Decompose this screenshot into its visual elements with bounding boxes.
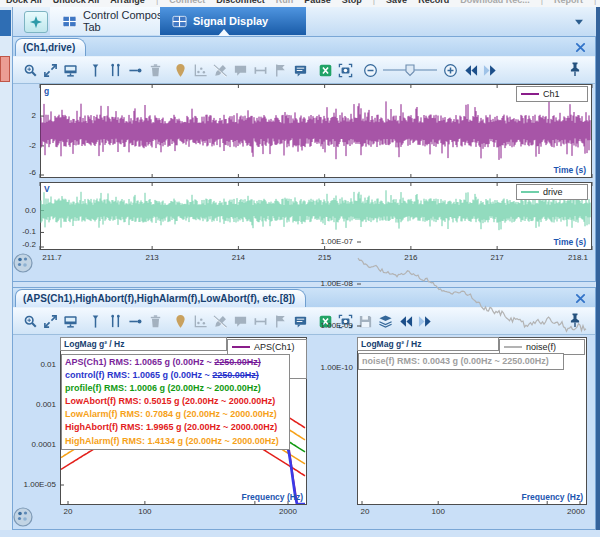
zoom-search-icon[interactable] (21, 61, 39, 79)
comment-bubble-icon[interactable] (231, 61, 249, 79)
noise-spectrum-plot[interactable] (357, 337, 587, 505)
panel-title-bar: (APS(Ch1),HighAbort(f),HighAlarm(f),LowA… (13, 288, 595, 307)
plot-toolbar (13, 56, 595, 84)
annotation-note-icon[interactable] (291, 312, 309, 330)
zoom-search-icon[interactable] (21, 312, 39, 330)
docked-panel-fragment (0, 56, 10, 82)
tab-signal-display[interactable]: Signal Display (160, 7, 306, 35)
resize-expand-icon[interactable] (41, 312, 59, 330)
compass-star-icon[interactable] (24, 11, 48, 33)
app-window: Dock AllUndock AllArrange|ConnectDisconn… (0, 0, 600, 537)
tab-bar: Control Composite Tab Signal Display (0, 7, 600, 37)
zoom-out-icon[interactable] (361, 61, 379, 79)
palette-ball-icon[interactable] (12, 252, 34, 274)
annotation-note-icon[interactable] (291, 61, 309, 79)
tab-label: Signal Display (193, 15, 268, 27)
menu-separator: | (541, 0, 543, 7)
pushpin-icon[interactable] (567, 61, 583, 77)
pen-off-icon[interactable] (211, 61, 229, 79)
pushpin-icon[interactable] (567, 312, 583, 328)
panel-title-tab[interactable]: (Ch1,drive) (15, 38, 86, 56)
cursor-pair-icon[interactable] (106, 61, 124, 79)
chevron-down-icon[interactable] (572, 15, 586, 29)
menu-item-arrange[interactable]: Arrange (110, 0, 145, 7)
distance-ruler-icon[interactable] (251, 312, 269, 330)
cursor-pair-icon[interactable] (106, 312, 124, 330)
snapshot-camera-icon[interactable] (336, 61, 354, 79)
panel-title-bar: (Ch1,drive) (13, 37, 595, 56)
flag-icon[interactable] (271, 61, 289, 79)
menu-separator: | (156, 0, 158, 7)
grid-tab-icon (62, 14, 77, 29)
frame-next-icon[interactable] (481, 61, 499, 79)
window-right-edge (596, 7, 600, 530)
distance-ruler-icon[interactable] (251, 61, 269, 79)
scatter-plot-icon[interactable] (191, 312, 209, 330)
snapshot-camera-icon[interactable] (336, 312, 354, 330)
excel-export-icon[interactable] (316, 312, 334, 330)
excel-export-icon[interactable] (316, 61, 334, 79)
scatter-plot-icon[interactable] (191, 61, 209, 79)
save-disk-icon[interactable] (356, 312, 374, 330)
zoom-in-icon[interactable] (441, 61, 459, 79)
cursor-horizontal-icon[interactable] (126, 61, 144, 79)
cursor-horizontal-icon[interactable] (126, 312, 144, 330)
window-bottom-edge (0, 530, 600, 537)
pen-off-icon[interactable] (211, 312, 229, 330)
palette-ball-icon[interactable] (12, 506, 34, 528)
close-icon[interactable] (574, 40, 587, 53)
display-monitor-icon[interactable] (61, 312, 79, 330)
menu-item-undock-all[interactable]: Undock All (53, 0, 100, 7)
delete-trash-icon[interactable] (146, 312, 164, 330)
grid-tab-icon (172, 14, 187, 29)
menu-separator: | (373, 0, 375, 7)
aps-spectrum-plot[interactable] (60, 337, 307, 505)
menu-item-run[interactable]: Run (276, 0, 294, 7)
menu-item-record[interactable]: Record (418, 0, 449, 7)
plot-toolbar (13, 307, 595, 335)
menu-item-download-rec[interactable]: Download Rec... (460, 0, 530, 7)
menu-item-save[interactable]: Save (386, 0, 407, 7)
menu-separator: | (594, 0, 596, 7)
active-tab-notch (218, 29, 230, 36)
flag-icon[interactable] (271, 312, 289, 330)
ch1-waveform-plot[interactable] (40, 84, 592, 178)
menu-item-disconnect[interactable]: Disconnect (216, 0, 265, 7)
close-icon[interactable] (574, 291, 587, 304)
delete-trash-icon[interactable] (146, 61, 164, 79)
drive-waveform-plot[interactable] (40, 182, 592, 250)
cursor-single-icon[interactable] (86, 312, 104, 330)
display-monitor-icon[interactable] (61, 61, 79, 79)
cursor-single-icon[interactable] (86, 61, 104, 79)
menu-item-connect[interactable]: Connect (169, 0, 205, 7)
menu-item-stop[interactable]: Stop (342, 0, 362, 7)
frame-prev-icon[interactable] (396, 312, 414, 330)
layers-icon[interactable] (376, 312, 394, 330)
panel-title-tab[interactable]: (APS(Ch1),HighAbort(f),HighAlarm(f),LowA… (15, 289, 306, 307)
frame-next-icon[interactable] (416, 312, 434, 330)
zoom-slider-icon[interactable] (381, 61, 439, 79)
frame-prev-icon[interactable] (461, 61, 479, 79)
menu-item-pause[interactable]: Pause (304, 0, 331, 7)
marker-pin-icon[interactable] (171, 61, 189, 79)
comment-bubble-icon[interactable] (231, 312, 249, 330)
menu-item-report[interactable]: Report (554, 0, 583, 7)
menu-item-dock-all[interactable]: Dock All (6, 0, 42, 7)
marker-pin-icon[interactable] (171, 312, 189, 330)
resize-expand-icon[interactable] (41, 61, 59, 79)
